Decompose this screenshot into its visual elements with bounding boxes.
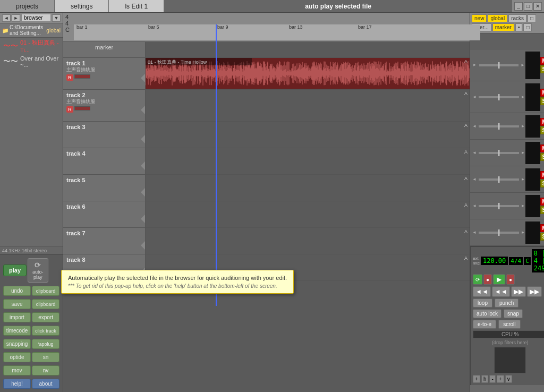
- rec-arm-button[interactable]: ●: [506, 274, 515, 285]
- track-7-solo-button[interactable]: S: [540, 233, 545, 241]
- vol-minus-button[interactable]: -: [489, 375, 495, 383]
- timecode-button[interactable]: timecode: [3, 326, 31, 336]
- optide-button[interactable]: optide: [3, 352, 31, 362]
- punch-button[interactable]: punch: [495, 299, 518, 308]
- minimize-button[interactable]: _: [514, 2, 523, 11]
- new-button[interactable]: new: [472, 14, 487, 22]
- track-6-mute-button[interactable]: M: [540, 198, 545, 206]
- track-7-content[interactable]: A: [146, 228, 470, 254]
- track-2-fader[interactable]: [479, 96, 519, 98]
- loop-button[interactable]: loop: [473, 299, 492, 308]
- tooltip-main-text: Automatically play the selected file in …: [68, 275, 287, 281]
- track-4-mute-button[interactable]: M: [540, 144, 545, 152]
- clipboard2-button[interactable]: clipboard: [32, 299, 60, 309]
- track-2-rec-button[interactable]: R: [66, 106, 73, 113]
- apolug-button[interactable]: 'apolug: [32, 339, 60, 349]
- track-7-mute-button[interactable]: M: [540, 224, 545, 232]
- track-7-fader[interactable]: [479, 232, 519, 234]
- browser-menu-button[interactable]: ▼: [52, 14, 61, 22]
- close-button[interactable]: ✕: [533, 2, 542, 11]
- clipboard-button[interactable]: clipboard: [32, 286, 60, 296]
- track-3-strip: ◄ ► M S: [470, 113, 544, 140]
- browser-item[interactable]: 〜〜 01 - 秋田真典 - Ti...: [0, 38, 63, 54]
- browser-back-button[interactable]: ◄: [2, 14, 11, 22]
- marker-button[interactable]: marker: [492, 23, 514, 31]
- track-3-solo-button[interactable]: S: [540, 126, 545, 134]
- track-4-fader[interactable]: [479, 152, 519, 154]
- track-5-name: track 5: [66, 177, 142, 183]
- track-4-solo-button[interactable]: S: [540, 153, 545, 161]
- tab-ls-edit[interactable]: ls Edit 1: [109, 0, 164, 12]
- import-button[interactable]: import: [3, 312, 31, 322]
- track-3-mute-button[interactable]: M: [540, 118, 545, 126]
- track-3-content[interactable]: A: [146, 122, 470, 148]
- ff-button[interactable]: ▶▶: [511, 286, 526, 297]
- track-5-solo-button[interactable]: S: [540, 180, 545, 188]
- vol-plus-button[interactable]: +: [473, 375, 480, 383]
- mov-button[interactable]: mov: [3, 365, 31, 376]
- play-transport-button[interactable]: ▶: [493, 274, 505, 285]
- nav-btn[interactable]: □: [528, 14, 536, 22]
- tab-settings[interactable]: settings: [55, 0, 109, 12]
- record-button[interactable]: ●: [483, 274, 492, 285]
- next-button[interactable]: ▶▶: [527, 286, 542, 297]
- track-8-a-btn[interactable]: A: [464, 255, 468, 261]
- auto-lock-button[interactable]: auto lock: [473, 309, 502, 318]
- track-1-content[interactable]: 01 - 秋田真典 - Time Hollow A: [146, 58, 470, 89]
- track-2-mute-button[interactable]: M: [540, 89, 545, 97]
- save-button[interactable]: save: [3, 299, 31, 309]
- track-1-mute-button[interactable]: M: [540, 57, 545, 65]
- track-5-content[interactable]: A: [146, 175, 470, 201]
- rewind-button[interactable]: ◄◄: [473, 286, 491, 297]
- racks-button[interactable]: racks: [508, 14, 526, 22]
- track-1-solo-button[interactable]: S: [540, 65, 545, 73]
- track-2-solo-button[interactable]: S: [540, 97, 545, 105]
- scroll-button[interactable]: scroll: [498, 320, 520, 329]
- track-5-fader[interactable]: [479, 178, 519, 181]
- position-display: 8 | 4 | 249: [532, 249, 544, 272]
- track-6-a-btn[interactable]: A: [464, 202, 468, 208]
- track-5-a-btn[interactable]: A: [464, 176, 468, 181]
- track-5-mute-button[interactable]: M: [540, 171, 545, 179]
- track-6-fader[interactable]: [479, 205, 519, 207]
- track-2-a-btn[interactable]: A: [464, 91, 468, 96]
- filter-drop-area[interactable]: [494, 347, 526, 373]
- track-2-content[interactable]: A: [146, 90, 470, 121]
- track-6-content[interactable]: A: [146, 201, 470, 227]
- track-4-content[interactable]: A: [146, 148, 470, 174]
- browser-forward-button[interactable]: ►: [12, 14, 20, 22]
- prev-button[interactable]: ◄◄: [492, 286, 510, 297]
- nav2-btn[interactable]: □: [523, 23, 532, 31]
- track-3-fader[interactable]: [479, 125, 519, 127]
- maximize-button[interactable]: □: [524, 2, 532, 11]
- track-1-rec-button[interactable]: R: [66, 74, 73, 81]
- global-button[interactable]: global: [488, 14, 507, 22]
- snapping-button[interactable]: snapping: [3, 339, 31, 349]
- help-button[interactable]: help!: [3, 379, 31, 389]
- export-button[interactable]: export: [32, 312, 60, 322]
- track-3-a-btn[interactable]: A: [464, 123, 468, 128]
- fader-arrow-right2: ►: [521, 95, 525, 99]
- track-6-solo-button[interactable]: S: [540, 206, 545, 214]
- sn-button[interactable]: sn: [32, 352, 60, 362]
- autoplay-button[interactable]: ⟳ auto-play: [28, 258, 48, 283]
- dot-button[interactable]: •: [515, 23, 523, 31]
- vol-h-button[interactable]: h: [481, 375, 489, 383]
- track-1-fader[interactable]: [479, 64, 518, 66]
- vol-v2-button[interactable]: v: [505, 375, 512, 383]
- track-7-a-btn[interactable]: A: [464, 229, 468, 234]
- undo-button[interactable]: undo: [3, 286, 31, 296]
- tab-projects[interactable]: projects: [0, 0, 55, 12]
- browser-item[interactable]: 〜〜 Over and Over ~...: [0, 54, 63, 69]
- record-ready-button[interactable]: ⟳: [473, 274, 482, 285]
- about-button[interactable]: about: [32, 379, 60, 389]
- nv-button[interactable]: nv: [32, 365, 60, 376]
- click-track-button[interactable]: click track: [32, 326, 60, 336]
- e-to-e-button[interactable]: e-to-e: [473, 320, 496, 329]
- snap-button[interactable]: snap: [504, 309, 523, 318]
- play-button[interactable]: play: [3, 265, 27, 276]
- track-1-a-btn[interactable]: A: [464, 59, 468, 64]
- track-4-a-btn[interactable]: A: [464, 149, 468, 155]
- vol-v-button[interactable]: +: [497, 375, 504, 383]
- marker-content[interactable]: [146, 42, 470, 57]
